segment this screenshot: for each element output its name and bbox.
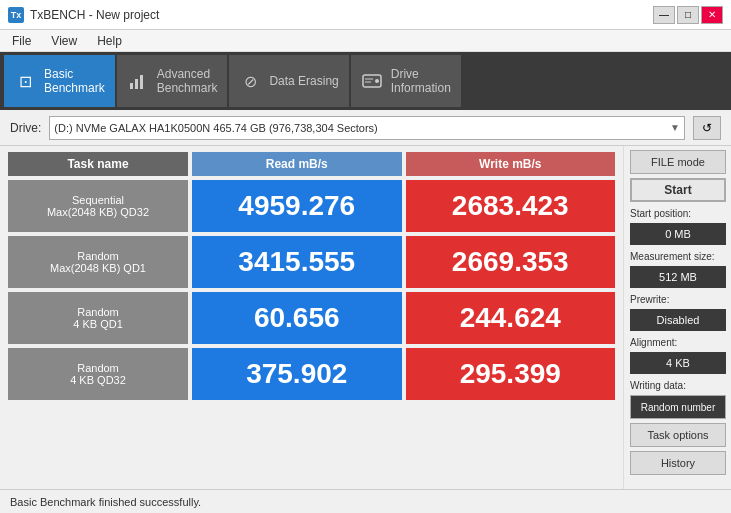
toolbar: ⊡ BasicBenchmark AdvancedBenchmark ⊘ Dat…: [0, 52, 731, 110]
table-row: RandomMax(2048 KB) QD1 3415.555 2669.353: [8, 236, 615, 288]
app-icon: Tx: [8, 7, 24, 23]
title-bar: Tx TxBENCH - New project — □ ✕: [0, 0, 731, 30]
basic-benchmark-label: BasicBenchmark: [44, 67, 105, 96]
col-header-write: Write mB/s: [406, 152, 616, 176]
tab-data-erasing[interactable]: ⊘ Data Erasing: [229, 55, 348, 107]
drive-row: Drive: (D:) NVMe GALAX HA1K0500N 465.74 …: [0, 110, 731, 146]
measurement-size-value: 512 MB: [630, 266, 726, 288]
svg-rect-2: [140, 75, 143, 89]
right-panel: FILE mode Start Start position: 0 MB Mea…: [623, 146, 731, 489]
alignment-value: 4 KB: [630, 352, 726, 374]
menu-help[interactable]: Help: [93, 32, 126, 50]
close-button[interactable]: ✕: [701, 6, 723, 24]
data-erasing-label: Data Erasing: [269, 74, 338, 88]
drive-refresh-button[interactable]: ↺: [693, 116, 721, 140]
title-bar-left: Tx TxBENCH - New project: [8, 7, 159, 23]
svg-rect-0: [130, 83, 133, 89]
drive-dropdown-arrow: ▼: [670, 122, 680, 133]
basic-benchmark-icon: ⊡: [14, 70, 36, 92]
menu-view[interactable]: View: [47, 32, 81, 50]
prewrite-value: Disabled: [630, 309, 726, 331]
minimize-button[interactable]: —: [653, 6, 675, 24]
window-title: TxBENCH - New project: [30, 8, 159, 22]
history-button[interactable]: History: [630, 451, 726, 475]
task-options-button[interactable]: Task options: [630, 423, 726, 447]
row-write-0: 2683.423: [406, 180, 616, 232]
writing-data-value[interactable]: Random number: [630, 395, 726, 419]
row-read-0: 4959.276: [192, 180, 402, 232]
drive-information-icon: [361, 70, 383, 92]
row-write-2: 244.624: [406, 292, 616, 344]
window-controls: — □ ✕: [653, 6, 723, 24]
drive-select-value: (D:) NVMe GALAX HA1K0500N 465.74 GB (976…: [54, 122, 377, 134]
alignment-label: Alignment:: [630, 337, 725, 348]
table-header: Task name Read mB/s Write mB/s: [8, 152, 615, 176]
main-content: Task name Read mB/s Write mB/s Sequentia…: [0, 146, 731, 489]
tab-advanced-benchmark[interactable]: AdvancedBenchmark: [117, 55, 228, 107]
data-erasing-icon: ⊘: [239, 70, 261, 92]
row-label-2: Random4 KB QD1: [8, 292, 188, 344]
file-mode-button[interactable]: FILE mode: [630, 150, 726, 174]
advanced-benchmark-icon: [127, 70, 149, 92]
start-button[interactable]: Start: [630, 178, 726, 202]
col-header-read: Read mB/s: [192, 152, 402, 176]
table-area: Task name Read mB/s Write mB/s Sequentia…: [0, 146, 623, 489]
writing-data-label: Writing data:: [630, 380, 725, 391]
row-write-3: 295.399: [406, 348, 616, 400]
row-read-3: 375.902: [192, 348, 402, 400]
drive-information-label: DriveInformation: [391, 67, 451, 96]
start-position-label: Start position:: [630, 208, 725, 219]
row-label-0: SequentialMax(2048 KB) QD32: [8, 180, 188, 232]
prewrite-label: Prewrite:: [630, 294, 725, 305]
table-row: Random4 KB QD1 60.656 244.624: [8, 292, 615, 344]
status-bar: Basic Benchmark finished successfully.: [0, 489, 731, 513]
row-write-1: 2669.353: [406, 236, 616, 288]
measurement-size-label: Measurement size:: [630, 251, 725, 262]
col-header-task: Task name: [8, 152, 188, 176]
drive-select[interactable]: (D:) NVMe GALAX HA1K0500N 465.74 GB (976…: [49, 116, 685, 140]
status-text: Basic Benchmark finished successfully.: [10, 496, 201, 508]
svg-rect-1: [135, 79, 138, 89]
svg-point-4: [375, 79, 379, 83]
row-label-3: Random4 KB QD32: [8, 348, 188, 400]
menu-bar: File View Help: [0, 30, 731, 52]
table-row: Random4 KB QD32 375.902 295.399: [8, 348, 615, 400]
row-read-1: 3415.555: [192, 236, 402, 288]
advanced-benchmark-label: AdvancedBenchmark: [157, 67, 218, 96]
row-read-2: 60.656: [192, 292, 402, 344]
tab-drive-information[interactable]: DriveInformation: [351, 55, 461, 107]
row-label-1: RandomMax(2048 KB) QD1: [8, 236, 188, 288]
maximize-button[interactable]: □: [677, 6, 699, 24]
drive-label: Drive:: [10, 121, 41, 135]
tab-basic-benchmark[interactable]: ⊡ BasicBenchmark: [4, 55, 115, 107]
table-row: SequentialMax(2048 KB) QD32 4959.276 268…: [8, 180, 615, 232]
menu-file[interactable]: File: [8, 32, 35, 50]
start-position-value: 0 MB: [630, 223, 726, 245]
